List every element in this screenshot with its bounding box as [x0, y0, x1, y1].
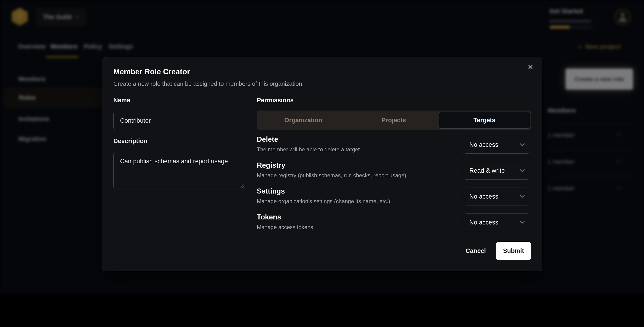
selected-value: No access	[469, 219, 520, 226]
settings-access-select[interactable]: No access	[463, 188, 530, 205]
name-label: Name	[114, 97, 130, 104]
chevron-down-icon	[520, 143, 525, 146]
tab-organization[interactable]: Organization	[258, 112, 348, 129]
chevron-down-icon	[520, 169, 525, 172]
permissions-label: Permissions	[257, 97, 294, 104]
cancel-button[interactable]: Cancel	[462, 242, 489, 260]
tab-targets[interactable]: Targets	[439, 112, 530, 129]
member-role-creator-dialog: ✕ Member Role Creator Create a new role …	[102, 57, 542, 271]
description-label: Description	[114, 138, 148, 145]
permission-row-tokens: Tokens Manage access tokens No access	[257, 213, 530, 231]
tab-projects[interactable]: Projects	[348, 112, 439, 129]
dialog-subtitle: Create a new role that can be assigned t…	[114, 80, 304, 87]
resize-handle[interactable]	[240, 184, 244, 188]
submit-button[interactable]: Submit	[496, 242, 531, 260]
selected-value: No access	[469, 193, 520, 200]
dialog-actions: Cancel Submit	[462, 242, 531, 260]
delete-access-select[interactable]: No access	[463, 136, 530, 154]
chevron-down-icon	[520, 221, 525, 224]
selected-value: Read & write	[469, 167, 520, 174]
close-icon[interactable]: ✕	[528, 64, 534, 71]
description-textarea[interactable]: Can publish schemas and report usage	[114, 152, 245, 189]
dialog-title: Member Role Creator	[114, 67, 190, 76]
screen: The Guild Overview Members Policy Settin…	[0, 0, 644, 327]
name-input[interactable]	[114, 111, 245, 130]
tokens-access-select[interactable]: No access	[463, 214, 530, 231]
permission-row-delete: Delete The member will be able to delete…	[257, 135, 530, 153]
permission-row-registry: Registry Manage registry (publish schema…	[257, 161, 530, 179]
chevron-down-icon	[520, 195, 525, 198]
description-field-wrap: Can publish schemas and report usage	[114, 152, 245, 189]
registry-access-select[interactable]: Read & write	[463, 162, 530, 180]
permissions-tabs: Organization Projects Targets	[257, 110, 531, 130]
selected-value: No access	[469, 141, 520, 148]
permission-row-settings: Settings Manage organization's settings …	[257, 187, 530, 205]
